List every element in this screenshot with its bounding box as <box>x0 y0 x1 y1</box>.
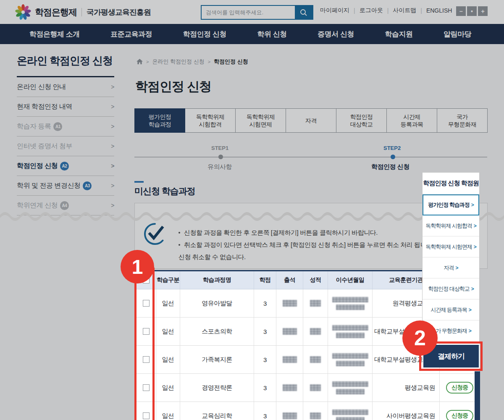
redacted-value <box>310 412 321 419</box>
home-icon[interactable] <box>136 59 143 65</box>
cell-course-name: 스포츠의학 <box>180 318 254 345</box>
sidebar-item-5[interactable]: 학위 및 전공 변경신청A3> <box>17 176 114 196</box>
nav-item-2[interactable]: 학점인정 신청 <box>183 29 226 39</box>
floating-credit-menu: 학점인정 신청 학점원 평가인정 학습과정>독학학위제 시험합격>독학학위제 시… <box>422 172 480 342</box>
row-checkbox[interactable] <box>143 412 150 419</box>
tab-5[interactable]: 시간제 등록과목 <box>386 108 437 133</box>
table-right-edge-bar <box>475 371 480 420</box>
nav-item-5[interactable]: 학습지원 <box>385 29 412 39</box>
chevron-right-icon: > <box>469 328 471 334</box>
status-badge: 신청중 <box>446 382 473 394</box>
chevron-right-icon: > <box>474 223 476 229</box>
utility-link-1[interactable]: 로그아웃 <box>360 7 383 14</box>
sidebar-item-3[interactable]: 인터넷 증명서 첨부> <box>17 136 114 156</box>
font-reset-button[interactable]: • <box>467 6 477 16</box>
redacted-value <box>283 356 297 363</box>
row-checkbox[interactable] <box>143 356 150 363</box>
logo-title: 학점은행제 <box>35 6 77 18</box>
nav-item-6[interactable]: 알림마당 <box>444 29 471 39</box>
cell-grade <box>303 374 328 402</box>
tab-0[interactable]: 평가인정 학습과정 <box>134 108 185 133</box>
sidebar-item-6[interactable]: 학위연계 신청A4> <box>17 196 114 215</box>
utility-link-3[interactable]: ENGLISH <box>426 7 452 14</box>
floating-menu-item-4[interactable]: 학점인정 대상학교> <box>423 278 479 299</box>
cell-type: 일선 <box>156 289 180 317</box>
tab-1[interactable]: 독학학위제 시험합격 <box>185 108 236 133</box>
row-select-cell <box>136 289 156 317</box>
page-title: 학점인정 신청 <box>135 78 211 95</box>
nav-item-4[interactable]: 증명서 신청 <box>318 29 354 39</box>
cell-course-name: 가족복지론 <box>180 346 254 373</box>
redacted-value <box>310 328 321 335</box>
utility-link-0[interactable]: 마이페이지 <box>320 7 349 14</box>
chevron-right-icon: > <box>111 103 114 110</box>
search-button[interactable] <box>295 6 312 19</box>
floating-menu-title: 학점인정 신청 학점원 <box>423 173 479 194</box>
cell-credit: 3 <box>254 402 276 420</box>
nav-item-0[interactable]: 학점은행제 소개 <box>29 29 80 39</box>
chevron-right-icon: > <box>455 265 458 271</box>
redacted-dates <box>332 410 368 420</box>
pay-button[interactable]: 결제하기 <box>423 345 479 368</box>
utility-links: 마이페이지|로그아웃|사이트맵|ENGLISH <box>320 7 452 14</box>
utility-separator: | <box>354 7 355 14</box>
chevron-right-icon: > <box>111 84 114 90</box>
nav-item-1[interactable]: 표준교육과정 <box>110 29 152 39</box>
row-checkbox[interactable] <box>143 300 150 307</box>
sidebar-item-4[interactable]: 학점인정 신청A2> <box>17 156 114 176</box>
tab-2[interactable]: 독학학위제 시험면제 <box>235 108 286 133</box>
cell-type: 일선 <box>156 374 180 402</box>
floating-menu-item-6[interactable]: 국가 무형문화재> <box>423 320 479 341</box>
utility-separator: | <box>387 7 389 14</box>
step2-label: 학점인정 신청 <box>371 163 410 171</box>
sidebar-item-1[interactable]: 현재 학점인정 내역> <box>17 97 114 117</box>
redacted-value <box>336 389 365 394</box>
chevron-right-icon: > <box>111 123 114 130</box>
floating-menu-item-1[interactable]: 독학학위제 시험합격> <box>423 215 479 236</box>
status-badge: 신청중 <box>446 410 473 420</box>
floating-menu-item-2[interactable]: 독학학위제 시험면제> <box>423 236 479 257</box>
sidebar-item-badge: A1 <box>53 122 62 131</box>
row-select-cell <box>136 374 156 402</box>
select-all-checkbox[interactable] <box>143 277 150 284</box>
section-accent-dash <box>134 181 144 183</box>
header-cell-5: 이수년월일 <box>328 271 373 289</box>
cell-completion-date <box>328 402 373 420</box>
row-checkbox[interactable] <box>143 384 150 391</box>
row-checkbox[interactable] <box>143 328 150 335</box>
table-row: 일선경영전략론3평생교육원신청중 <box>136 374 480 402</box>
sidebar-item-0[interactable]: 온라인 신청 안내> <box>17 77 114 97</box>
redacted-value <box>283 384 297 391</box>
cell-attendance <box>276 402 303 420</box>
font-larger-button[interactable]: + <box>478 6 488 16</box>
sidebar-item-badge: A2 <box>60 162 69 171</box>
floating-menu-item-5[interactable]: 시간제 등록과목> <box>423 299 479 320</box>
redacted-value <box>332 381 368 387</box>
sidebar-item-label: 학위 및 전공 변경신청A3 <box>17 181 92 190</box>
notice-bullet-continuation: 신청 취소할 수 없습니다. <box>178 253 246 261</box>
main-nav: 학점은행제 소개표준교육과정학점인정 신청학위 신청증명서 신청학습지원알림마당 <box>0 24 504 44</box>
cell-type: 일선 <box>156 402 180 420</box>
cell-credit: 3 <box>254 318 276 345</box>
chevron-right-icon: > <box>111 202 114 209</box>
sidebar-item-2[interactable]: 학습자 등록A1> <box>17 117 114 136</box>
search-input[interactable] <box>202 6 295 19</box>
nav-item-3[interactable]: 학위 신청 <box>257 29 286 39</box>
tab-3[interactable]: 자격 <box>286 108 336 133</box>
site-logo[interactable]: 학점은행제 국가평생교육진흥원 <box>15 4 151 21</box>
row-select-cell <box>136 318 156 345</box>
tab-6[interactable]: 국가 무형문화재 <box>437 108 488 133</box>
breadcrumb-item[interactable]: 온라인 학점인정 신청 <box>152 58 204 66</box>
floating-menu-item-0[interactable]: 평가인정 학습과정> <box>423 194 479 215</box>
tab-4[interactable]: 학점인정 대상학교 <box>336 108 387 133</box>
floating-menu-item-3[interactable]: 자격> <box>423 257 479 278</box>
floating-menu-item-label: 독학학위제 시험합격 <box>425 222 472 230</box>
utility-link-2[interactable]: 사이트맵 <box>393 7 416 14</box>
redacted-dates <box>332 325 368 338</box>
font-smaller-button[interactable]: − <box>456 6 466 16</box>
redacted-value <box>310 384 321 391</box>
step1-number: STEP1 <box>211 145 228 151</box>
breadcrumb: > 온라인 학점인정 신청 > 학점인정 신청 <box>136 58 248 66</box>
cell-credit: 3 <box>254 289 276 317</box>
sidebar-item-badge: A4 <box>60 201 69 210</box>
